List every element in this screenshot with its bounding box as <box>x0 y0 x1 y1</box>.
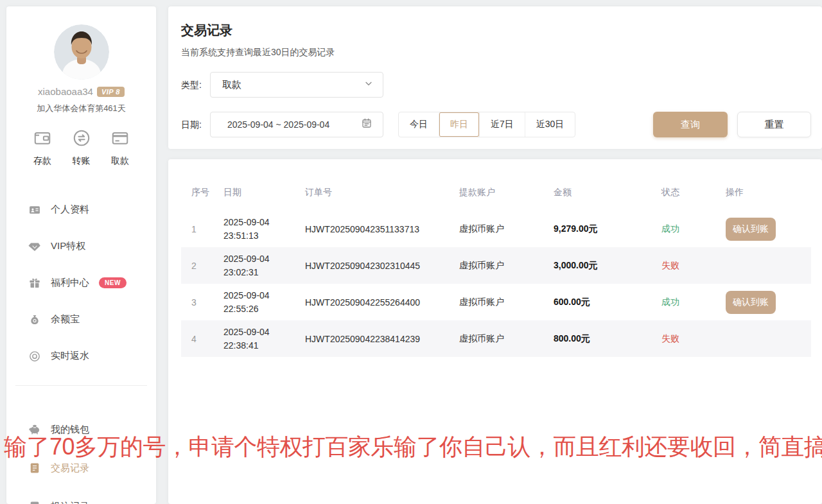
row-order-no: HJWT202509042255264400 <box>305 297 459 308</box>
date-range-input[interactable]: 2025-09-04 ~ 2025-09-04 <box>210 112 383 137</box>
row-account: 虚拟币账户 <box>459 223 554 235</box>
sidebar-item-label: VIP特权 <box>51 240 85 252</box>
query-button[interactable]: 查询 <box>653 112 728 137</box>
sidebar-item-label: 个人资料 <box>51 204 89 216</box>
page-subtitle: 当前系统支持查询最近30日的交易记录 <box>181 47 335 58</box>
row-index: 3 <box>181 297 223 308</box>
row-datetime: 2025-09-0422:55:26 <box>223 289 305 315</box>
avatar <box>54 24 109 80</box>
sidebar-divider <box>15 385 147 386</box>
document-icon <box>28 462 41 474</box>
date-range-value: 2025-09-04 ~ 2025-09-04 <box>227 119 361 130</box>
column-header: 状态 <box>661 187 726 198</box>
id-card-icon <box>28 204 41 216</box>
type-label: 类型: <box>181 80 202 91</box>
range-chip-近7日[interactable]: 近7日 <box>479 112 525 137</box>
table-header-row: 序号日期订单号提款账户金额状态操作 <box>181 175 811 211</box>
reset-button[interactable]: 重置 <box>737 112 811 137</box>
row-datetime: 2025-09-0423:02:31 <box>223 252 305 279</box>
diamond-icon <box>28 240 41 253</box>
range-chip-近30日[interactable]: 近30日 <box>525 112 575 137</box>
range-chip-昨日[interactable]: 昨日 <box>439 112 479 137</box>
type-select-value: 取款 <box>222 79 363 91</box>
row-amount: 800.00元 <box>554 333 661 345</box>
sidebar-item-label: 投注记录 <box>51 501 89 504</box>
sidebar-item-realtime-rebate[interactable]: 实时返水 <box>6 338 156 374</box>
status-badge: 成功 <box>661 297 679 307</box>
sidebar: xiaobaoaa34 VIP 8 加入华体会体育第461天 存款 转账 取款 … <box>6 6 156 504</box>
column-header: 金额 <box>554 187 661 198</box>
date-label: 日期: <box>181 119 202 131</box>
overlay-complaint-text: 输了70多万的号，申请个特权打百家乐输了你自己认，而且红利还要收回，简直搞笑 <box>4 431 822 463</box>
row-amount: 3,000.00元 <box>554 260 661 272</box>
row-action-cell: 确认到账 <box>726 291 811 314</box>
quick-action-deposit[interactable]: 存款 <box>24 128 60 167</box>
status-badge: 成功 <box>661 223 679 234</box>
quick-action-transfer[interactable]: 转账 <box>64 128 100 167</box>
table-body: 1 2025-09-0423:51:13 HJWT202509042351133… <box>181 211 811 357</box>
sidebar-item-label: 交易记录 <box>51 462 89 474</box>
quick-action-withdraw[interactable]: 取款 <box>102 128 138 167</box>
page: xiaobaoaa34 VIP 8 加入华体会体育第461天 存款 转账 取款 … <box>0 0 822 504</box>
column-header: 序号 <box>181 187 223 198</box>
row-amount: 600.00元 <box>554 297 661 308</box>
confirm-received-button[interactable]: 确认到账 <box>726 291 776 314</box>
row-order-no: HJWT202509042238414239 <box>305 334 459 344</box>
row-account: 虚拟币账户 <box>459 333 554 345</box>
sidebar-item-label: 余额宝 <box>51 313 80 326</box>
filter-card: 交易记录 当前系统支持查询最近30日的交易记录 类型: 取款 日期: 2025-… <box>168 6 822 149</box>
row-account: 虚拟币账户 <box>459 260 554 272</box>
sidebar-item-label: 实时返水 <box>51 350 89 362</box>
quick-actions: 存款 转账 取款 <box>6 128 156 167</box>
row-datetime: 2025-09-0422:38:41 <box>223 326 305 352</box>
row-account: 虚拟币账户 <box>459 297 554 308</box>
status-badge: 失败 <box>661 260 679 270</box>
sidebar-item-label: 福利中心 <box>51 277 89 289</box>
quick-action-label: 转账 <box>73 155 91 167</box>
table-row: 2 2025-09-0423:02:31 HJWT202509042302310… <box>181 247 811 284</box>
sidebar-item-vip-privilege[interactable]: VIP特权 <box>6 228 156 265</box>
quick-action-label: 取款 <box>111 155 129 167</box>
row-order-no: HJWT202509042351133713 <box>305 224 459 234</box>
column-header: 日期 <box>223 187 305 198</box>
new-badge: NEW <box>99 277 127 288</box>
type-select[interactable]: 取款 <box>210 72 383 98</box>
gift-icon <box>28 277 41 290</box>
table-row: 1 2025-09-0423:51:13 HJWT202509042351133… <box>181 211 811 247</box>
row-datetime: 2025-09-0423:51:13 <box>223 216 305 242</box>
sidebar-item-betting-records[interactable]: 投注记录 <box>6 487 156 504</box>
column-header: 订单号 <box>305 187 459 198</box>
status-badge: 失败 <box>661 333 679 343</box>
row-index: 1 <box>181 224 223 234</box>
vip-badge: VIP 8 <box>97 87 125 97</box>
document-icon <box>28 500 41 504</box>
wallet-icon <box>33 128 52 150</box>
bank-card-icon <box>110 128 130 150</box>
row-index: 2 <box>181 261 223 271</box>
rebate-icon <box>28 350 41 363</box>
transfer-icon <box>72 128 91 150</box>
row-action-cell: 确认到账 <box>726 218 811 241</box>
row-order-no: HJWT202509042302310445 <box>305 261 459 271</box>
sidebar-menu-primary: 个人资料 VIP特权 福利中心NEW 余额宝 实时返水 <box>6 191 156 374</box>
sidebar-item-yuebao[interactable]: 余额宝 <box>6 301 156 338</box>
sidebar-item-welfare-center[interactable]: 福利中心NEW <box>6 265 156 301</box>
money-bag-icon <box>28 313 41 326</box>
chevron-down-icon <box>363 78 374 91</box>
quick-range-group: 今日昨日近7日近30日 <box>398 112 575 137</box>
column-header: 提款账户 <box>459 187 554 198</box>
table-row: 3 2025-09-0422:55:26 HJWT202509042255264… <box>181 284 811 320</box>
page-title: 交易记录 <box>181 22 232 39</box>
row-index: 4 <box>181 334 223 344</box>
quick-action-label: 存款 <box>33 155 51 167</box>
row-amount: 9,279.00元 <box>554 223 661 235</box>
confirm-received-button[interactable]: 确认到账 <box>726 218 776 241</box>
calendar-icon <box>361 117 372 132</box>
column-header: 操作 <box>726 187 811 198</box>
table-row: 4 2025-09-0422:38:41 HJWT202509042238414… <box>181 320 811 357</box>
range-chip-今日[interactable]: 今日 <box>399 112 439 137</box>
joined-days-text: 加入华体会体育第461天 <box>6 103 156 114</box>
sidebar-item-profile[interactable]: 个人资料 <box>6 191 156 228</box>
username: xiaobaoaa34 <box>38 86 93 97</box>
